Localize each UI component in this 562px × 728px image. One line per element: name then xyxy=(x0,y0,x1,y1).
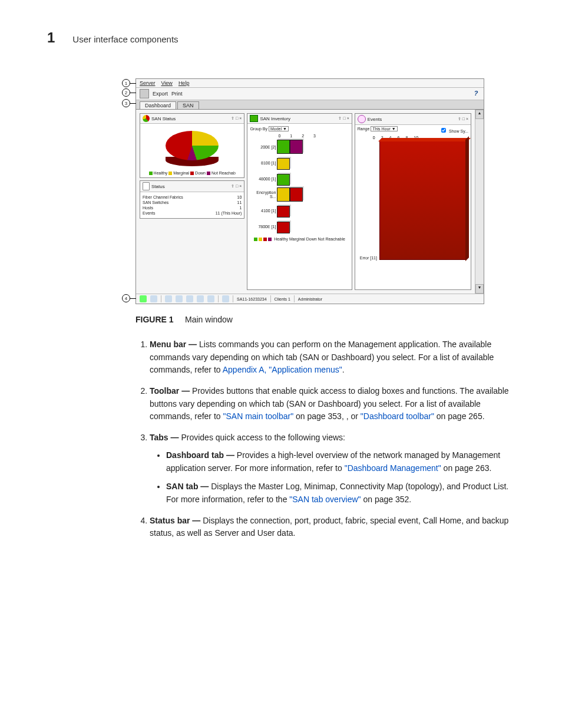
chevron-down-icon: ▼ xyxy=(392,127,396,131)
chevron-down-icon: ▼ xyxy=(283,127,287,131)
range-dropdown[interactable]: This Hour▼ xyxy=(371,126,397,131)
status-icon xyxy=(186,295,193,302)
chapter-number: 1 xyxy=(47,29,55,46)
close-icon[interactable]: × xyxy=(347,116,349,121)
menu-server[interactable]: Server xyxy=(140,80,156,86)
status-icon xyxy=(222,295,229,302)
scroll-down-icon[interactable]: ▾ xyxy=(475,284,484,294)
events-panel: Events ⇧□× Range This Hour▼ Show Sy... 0… xyxy=(355,113,471,290)
pin-icon[interactable]: ⇧ xyxy=(231,184,234,189)
tab-san[interactable]: SAN xyxy=(177,101,199,109)
vertical-scrollbar[interactable]: ▴ ▾ xyxy=(475,110,484,294)
menu-help[interactable]: Help xyxy=(178,80,190,86)
status-panel: Status ⇧□× Fiber Channel Fabrics10 SAN S… xyxy=(140,180,244,219)
link-dashboard-toolbar[interactable]: "Dashboard toolbar" xyxy=(361,411,434,421)
maximize-icon[interactable]: □ xyxy=(236,184,238,189)
list-item: Toolbar — Provides buttons that enable q… xyxy=(150,385,515,423)
page-header: 1 User interface components xyxy=(47,29,515,46)
show-checkbox[interactable] xyxy=(441,128,446,133)
close-icon[interactable]: × xyxy=(239,116,242,121)
tab-dashboard[interactable]: Dashboard xyxy=(140,101,176,109)
pin-icon[interactable]: ⇧ xyxy=(338,116,342,121)
statusbar-server: SA11-16233234 xyxy=(237,297,267,301)
toolbar: Export Print ? xyxy=(136,88,484,100)
inventory-icon xyxy=(250,115,258,122)
callout-4: 4 xyxy=(122,294,136,302)
callout-2: 2 xyxy=(122,88,136,97)
list-item: Status bar — Displays the connection, po… xyxy=(150,515,515,540)
group-by-dropdown[interactable]: Model▼ xyxy=(269,126,289,131)
status-icon xyxy=(207,295,214,302)
san-status-panel: SAN Status ⇧□× Healthy Marginal Down Not… xyxy=(140,113,244,178)
description-list: Menu bar — Lists commands you can perfor… xyxy=(135,338,515,540)
menu-view[interactable]: View xyxy=(161,80,173,86)
pie-icon xyxy=(143,115,150,122)
list-item: SAN tab — Displays the Master Log, Minim… xyxy=(166,480,515,506)
close-icon[interactable]: × xyxy=(466,117,468,121)
main-window-screenshot: 1 2 3 4 Server View Help Export Print ? … xyxy=(135,78,484,304)
maximize-icon[interactable]: □ xyxy=(462,117,465,121)
pin-icon[interactable]: ⇧ xyxy=(458,117,461,121)
maximize-icon[interactable]: □ xyxy=(343,116,345,121)
maximize-icon[interactable]: □ xyxy=(236,116,238,121)
toolbar-print[interactable]: Print xyxy=(171,91,183,97)
help-icon[interactable]: ? xyxy=(472,90,480,98)
menu-bar[interactable]: Server View Help xyxy=(136,79,484,88)
san-inventory-panel: SAN Inventory ⇧□× Group By Model▼ 0 1 2 … xyxy=(247,113,352,290)
toolbar-export[interactable]: Export xyxy=(153,91,168,97)
status-icon xyxy=(176,295,183,302)
callout-3: 3 xyxy=(122,99,136,107)
link-dashboard-management[interactable]: "Dashboard Management" xyxy=(345,463,441,473)
list-item: Tabs — Provides quick access to the foll… xyxy=(150,431,515,506)
status-icon xyxy=(150,295,157,302)
clock-icon xyxy=(358,115,366,123)
scroll-up-icon[interactable]: ▴ xyxy=(475,110,484,119)
status-icon xyxy=(197,295,204,302)
status-icon xyxy=(140,295,147,302)
list-item: Menu bar — Lists commands you can perfor… xyxy=(150,338,515,377)
pie-legend: Healthy Marginal Down Not Reachab xyxy=(143,171,242,175)
list-item: Dashboard tab — Provides a high-level ov… xyxy=(166,449,515,475)
callout-1: 1 xyxy=(122,79,136,87)
dashboard-area: SAN Status ⇧□× Healthy Marginal Down Not… xyxy=(136,110,475,294)
section-title: User interface components xyxy=(72,34,178,44)
statusbar-user: Administrator xyxy=(298,297,322,301)
close-icon[interactable]: × xyxy=(239,184,242,189)
statusbar-clients: Clients 1 xyxy=(275,297,290,301)
toolbar-icon[interactable] xyxy=(140,89,149,98)
figure-caption: FIGURE 1 Main window xyxy=(135,315,515,324)
link-san-main-toolbar[interactable]: "SAN main toolbar" xyxy=(223,411,294,421)
clipboard-icon xyxy=(143,182,150,190)
events-bar-chart: Error [11] xyxy=(360,142,466,260)
san-status-pie-chart xyxy=(166,131,219,166)
tabs-row: Dashboard SAN xyxy=(136,100,484,110)
status-bar: SA11-16233234 Clients 1 Administrator xyxy=(136,294,484,304)
status-icon xyxy=(165,295,172,302)
link-appendix-a[interactable]: Appendix A, "Application menus" xyxy=(223,365,342,374)
link-san-tab-overview[interactable]: "SAN tab overview" xyxy=(289,495,361,504)
pin-icon[interactable]: ⇧ xyxy=(231,116,234,121)
